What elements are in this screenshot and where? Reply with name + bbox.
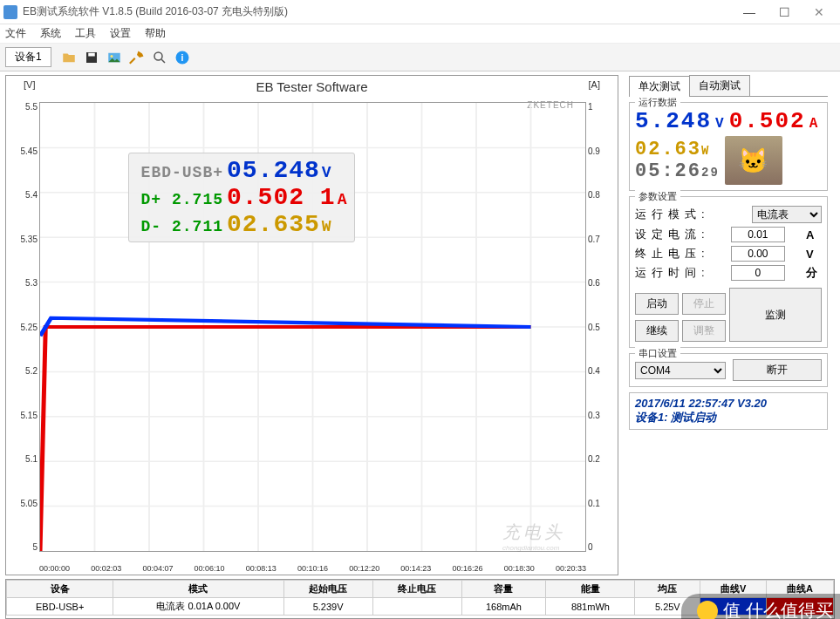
results-table: 设备模式起始电压终止电压容量能量均压曲线V曲线A EBD-USB+电流表 0.0… [5, 579, 835, 619]
svg-point-4 [154, 52, 162, 60]
save-icon[interactable] [81, 47, 102, 68]
tab-single-test[interactable]: 单次测试 [629, 76, 690, 97]
axis-right-label: [A] [589, 79, 600, 90]
param-group: 参数设置 运行模式: 电流表 设定电流: A 终止电压: V 运行时间: 分 启… [629, 196, 828, 348]
run-data-group: 运行数据 5.248V 0.502A 02.63W 05:2629 🐱 [629, 102, 828, 191]
stop-button[interactable]: 停止 [682, 293, 726, 315]
y-ticks-right: 10.90.80.70.60.50.40.30.20.10 [588, 102, 614, 552]
start-button[interactable]: 启动 [635, 293, 679, 315]
device-tab[interactable]: 设备1 [5, 47, 51, 67]
run-time-input[interactable] [731, 265, 785, 281]
app-icon [3, 5, 17, 19]
window-title: EB测试系统软件 V1.8.5 (Build 2016-03-07 充电头特别版… [23, 4, 732, 19]
svg-text:i: i [181, 51, 183, 62]
menu-file[interactable]: 文件 [5, 26, 26, 41]
run-current: 0.502 [729, 108, 806, 134]
svg-rect-1 [88, 52, 95, 56]
menubar: 文件 系统 工具 设置 帮助 [0, 24, 840, 44]
menu-tools[interactable]: 工具 [75, 26, 96, 41]
menu-settings[interactable]: 设置 [110, 26, 131, 41]
open-icon[interactable] [58, 47, 79, 68]
reading-overlay: EBD-USB+05.248V D+ 2.7150.502 1A D- 2.71… [128, 153, 355, 242]
stop-voltage-input[interactable] [731, 246, 785, 262]
set-current-input[interactable] [731, 227, 785, 242]
disconnect-button[interactable]: 断开 [733, 359, 822, 381]
adjust-button[interactable]: 调整 [682, 320, 726, 342]
status-line1: 2017/6/11 22:57:47 V3.20 [635, 397, 822, 410]
table-row[interactable]: EBD-USB+电流表 0.01A 0.00V5.239V168mAh881mW… [7, 598, 834, 616]
status-line2: 设备1: 测试启动 [635, 410, 822, 425]
picture-icon[interactable] [104, 47, 125, 68]
tools-icon[interactable] [126, 47, 147, 68]
toolbar: 设备1 i [0, 44, 840, 71]
x-ticks: 00:00:0000:02:0300:04:0700:06:1000:08:13… [39, 564, 586, 573]
tab-auto-test[interactable]: 自动测试 [689, 75, 750, 96]
table-header-row: 设备模式起始电压终止电压容量能量均压曲线V曲线A [7, 581, 834, 598]
mode-tabs: 单次测试 自动测试 [629, 75, 828, 97]
continue-button[interactable]: 继续 [635, 320, 679, 342]
mode-select[interactable]: 电流表 [752, 206, 822, 223]
svg-point-3 [110, 55, 113, 58]
axis-left-label: [V] [24, 79, 35, 90]
titlebar: EB测试系统软件 V1.8.5 (Build 2016-03-07 充电头特别版… [0, 0, 840, 24]
close-button[interactable]: ✕ [802, 1, 837, 24]
com-group: 串口设置 COM4 断开 [629, 353, 828, 387]
run-time: 05:26 [635, 160, 701, 182]
menu-system[interactable]: 系统 [40, 26, 61, 41]
chart-title: EB Tester Software [6, 79, 618, 94]
maximize-button[interactable]: ☐ [767, 1, 802, 24]
monitor-button[interactable]: 监测 [729, 288, 822, 342]
y-ticks-left: 5.55.455.45.355.35.255.25.155.15.055 [10, 102, 38, 552]
minimize-button[interactable]: — [732, 1, 767, 24]
run-watt: 02.63 [635, 139, 701, 160]
info-icon[interactable]: i [172, 47, 193, 68]
status-box: 2017/6/11 22:57:47 V3.20 设备1: 测试启动 [629, 392, 828, 430]
com-port-select[interactable]: COM4 [635, 362, 726, 379]
run-voltage: 5.248 [635, 108, 712, 134]
chart-area: EB Tester Software [V] [A] ZKETECH 5.55.… [5, 75, 618, 575]
menu-help[interactable]: 帮助 [145, 26, 166, 41]
search-icon[interactable] [149, 47, 170, 68]
thumbnail-image: 🐱 [725, 136, 782, 185]
